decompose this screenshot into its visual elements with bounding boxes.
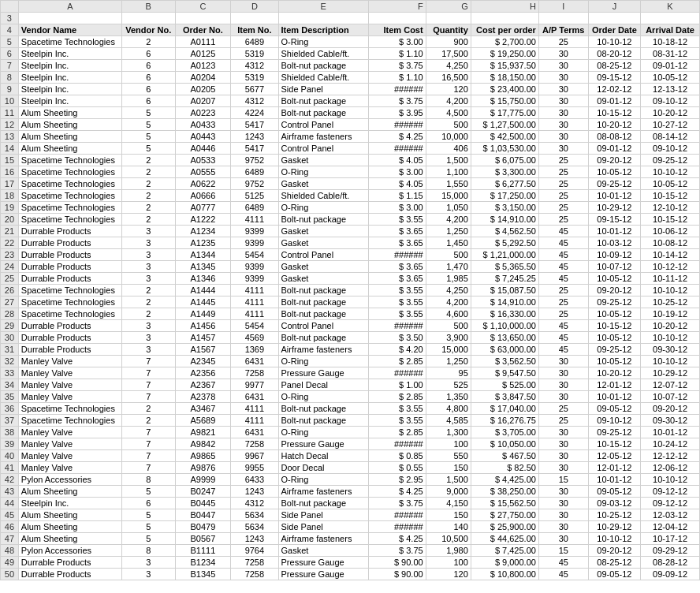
cell-g[interactable]: 1,300 <box>426 427 471 438</box>
cell-c[interactable]: A0555 <box>175 166 231 178</box>
cell-k[interactable]: 12-03-12 <box>641 509 700 521</box>
cell-b[interactable]: 6 <box>121 60 175 72</box>
cell-b[interactable]: 6 <box>121 48 175 60</box>
cell-e[interactable]: Bolt-nut package <box>278 308 368 320</box>
cell-c[interactable]: A1457 <box>175 332 231 344</box>
cell-h[interactable]: $ 13,650.00 <box>471 332 538 344</box>
cell-e[interactable]: Airframe fasteners <box>278 533 368 545</box>
cell-h[interactable]: $ 9,547.50 <box>471 367 538 379</box>
cell-d[interactable]: 4111 <box>231 308 278 320</box>
cell-a[interactable]: Durrable Products <box>18 273 121 285</box>
cell-a[interactable]: Durrable Products <box>18 226 121 237</box>
cell-d[interactable]: 4224 <box>231 107 278 119</box>
col-header-h[interactable]: H <box>471 1 538 13</box>
cell-j[interactable]: 08-08-12 <box>588 131 640 143</box>
cell-f[interactable]: $ 4.25 <box>368 131 426 143</box>
cell-b[interactable]: 2 <box>121 202 175 214</box>
table-row[interactable]: 43Alum Sheeting5B02471243Airframe fasten… <box>1 486 700 498</box>
cell-e[interactable]: O-Ring <box>278 427 368 438</box>
cell-d[interactable]: 5319 <box>231 48 278 60</box>
table-row[interactable]: 28Spacetime Technologies2A14494111Bolt-n… <box>1 308 700 320</box>
cell-b[interactable]: 3 <box>121 273 175 285</box>
cell-c[interactable]: B1345 <box>175 569 231 580</box>
cell-c[interactable]: A0111 <box>175 36 231 48</box>
cell-e[interactable]: Shielded Cable/ft. <box>278 190 368 202</box>
cell-b[interactable]: 7 <box>121 367 175 379</box>
cell-g[interactable]: 4,200 <box>426 95 471 107</box>
cell-d[interactable]: 5417 <box>231 143 278 155</box>
cell-d[interactable]: 9967 <box>231 450 278 462</box>
cell-a[interactable]: Durrable Products <box>18 569 121 580</box>
cell-f[interactable]: $ 3.50 <box>368 332 426 344</box>
cell-k[interactable]: 09-01-12 <box>641 60 700 72</box>
cell-g[interactable]: 150 <box>426 509 471 521</box>
cell-a[interactable]: Manley Valve <box>18 391 121 403</box>
cell-i[interactable]: 30 <box>538 143 588 155</box>
cell-d[interactable]: 4111 <box>231 214 278 226</box>
cell-h[interactable]: $ 17,250.00 <box>471 190 538 202</box>
cell-f[interactable]: ###### <box>368 438 426 450</box>
cell-c[interactable]: A0207 <box>175 95 231 107</box>
cell-c[interactable]: A2356 <box>175 367 231 379</box>
cell-j[interactable]: 10-15-12 <box>588 320 640 332</box>
cell-j[interactable]: 10-15-12 <box>588 438 640 450</box>
cell-a[interactable]: Alum Sheeting <box>18 131 121 143</box>
table-row[interactable]: 3 <box>1 13 700 24</box>
cell-a[interactable]: Alum Sheeting <box>18 533 121 545</box>
cell-d[interactable]: 9752 <box>231 155 278 166</box>
cell-e[interactable]: Door Decal <box>278 462 368 474</box>
cell-h[interactable]: $ 16,330.00 <box>471 308 538 320</box>
cell-b[interactable]: 3 <box>121 320 175 332</box>
cell-a[interactable]: Durrable Products <box>18 344 121 356</box>
cell-k[interactable]: 10-08-12 <box>641 237 700 249</box>
cell-b[interactable]: 2 <box>121 190 175 202</box>
cell-f[interactable]: $ 3.55 <box>368 285 426 296</box>
cell-d[interactable]: 9764 <box>231 545 278 557</box>
cell-a[interactable]: Spacetime Technologies <box>18 285 121 296</box>
cell-f[interactable]: $ 3.00 <box>368 36 426 48</box>
table-row[interactable]: 37Spacetime Technologies2A56894111Bolt-n… <box>1 415 700 427</box>
cell-c[interactable]: A2367 <box>175 379 231 391</box>
cell-h[interactable]: $ 17,775.00 <box>471 107 538 119</box>
cell-f[interactable]: $ 4.05 <box>368 178 426 190</box>
cell-c[interactable]: A0433 <box>175 119 231 131</box>
table-row[interactable]: 40Manley Valve7A98659967Hatch Decal$ 0.8… <box>1 450 700 462</box>
cell-e[interactable]: Side Panel <box>278 509 368 521</box>
cell-c[interactable]: A9999 <box>175 474 231 486</box>
cell-b[interactable]: 8 <box>121 474 175 486</box>
table-row[interactable]: 31Durrable Products3A15671369Airframe fa… <box>1 344 700 356</box>
cell-a[interactable]: Pylon Accessories <box>18 474 121 486</box>
cell-a[interactable]: Steelpin Inc. <box>18 498 121 509</box>
cell-i[interactable]: 30 <box>538 72 588 84</box>
table-row[interactable]: 33Manley Valve7A23567258Pressure Gauge##… <box>1 367 700 379</box>
cell-h[interactable]: $ 3,300.00 <box>471 166 538 178</box>
cell-d[interactable]: 9399 <box>231 261 278 273</box>
table-row[interactable]: 32Manley Valve7A23456431O-Ring$ 2.851,25… <box>1 356 700 367</box>
cell-e[interactable]: Shielded Cable/ft. <box>278 72 368 84</box>
cell-k[interactable]: 08-28-12 <box>641 557 700 569</box>
cell-g[interactable]: 406 <box>426 143 471 155</box>
cell-h[interactable]: $ 3,847.50 <box>471 391 538 403</box>
table-row[interactable]: 36Spacetime Technologies2A34674111Bolt-n… <box>1 403 700 415</box>
cell-g[interactable]: 3,900 <box>426 332 471 344</box>
table-row[interactable]: 38Manley Valve7A98216431O-Ring$ 2.851,30… <box>1 427 700 438</box>
cell-i[interactable]: 25 <box>538 166 588 178</box>
cell-i[interactable]: 15 <box>538 474 588 486</box>
cell-i[interactable]: 30 <box>538 131 588 143</box>
cell-k[interactable]: 09-10-12 <box>641 95 700 107</box>
cell-i[interactable]: 25 <box>538 36 588 48</box>
cell-h[interactable]: $ 17,040.00 <box>471 403 538 415</box>
cell-j[interactable]: 09-25-12 <box>588 344 640 356</box>
cell-d[interactable]: 5125 <box>231 190 278 202</box>
cell-k[interactable]: 10-15-12 <box>641 190 700 202</box>
cell-h[interactable]: $ 5,292.50 <box>471 237 538 249</box>
cell-i[interactable]: 25 <box>538 155 588 166</box>
cell-b[interactable]: 7 <box>121 391 175 403</box>
table-row[interactable]: 44Steelpin Inc.6B04454312Bolt-nut packag… <box>1 498 700 509</box>
cell-c[interactable]: A0123 <box>175 60 231 72</box>
cell-f[interactable]: $ 1.00 <box>368 379 426 391</box>
table-row[interactable]: 41Manley Valve7A98769955Door Decal$ 0.55… <box>1 462 700 474</box>
cell-d-3[interactable] <box>231 13 278 24</box>
cell-h[interactable]: $ 15,937.50 <box>471 60 538 72</box>
cell-i[interactable]: 45 <box>538 261 588 273</box>
